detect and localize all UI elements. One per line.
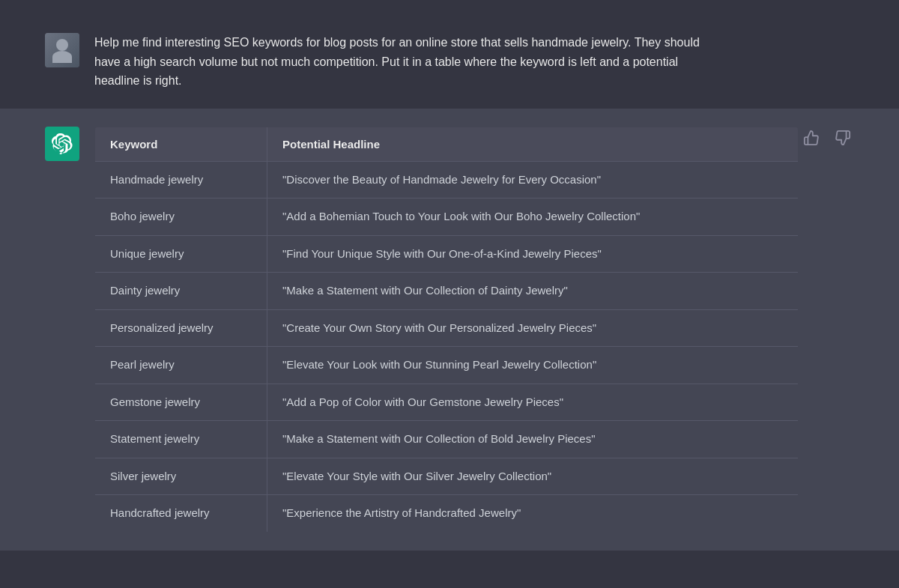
user-avatar bbox=[45, 33, 79, 67]
chat-container: Help me find interesting SEO keywords fo… bbox=[0, 0, 899, 566]
table-row: Pearl jewelry"Elevate Your Look with Our… bbox=[95, 347, 799, 384]
headline-cell: "Elevate Your Style with Our Silver Jewe… bbox=[267, 458, 799, 495]
keyword-cell: Handmade jewelry bbox=[95, 161, 267, 198]
keyword-cell: Dainty jewelry bbox=[95, 273, 267, 310]
keyword-cell: Silver jewelry bbox=[95, 458, 267, 495]
assistant-message: Keyword Potential Headline Handmade jewe… bbox=[0, 109, 899, 551]
table-row: Handcrafted jewelry"Experience the Artis… bbox=[95, 495, 799, 533]
table-row: Dainty jewelry"Make a Statement with Our… bbox=[95, 273, 799, 310]
headline-cell: "Add a Bohemian Touch to Your Look with … bbox=[267, 198, 799, 236]
table-row: Handmade jewelry"Discover the Beauty of … bbox=[95, 161, 799, 198]
headline-cell: "Discover the Beauty of Handmade Jewelry… bbox=[267, 161, 799, 198]
headline-column-header: Potential Headline bbox=[267, 127, 799, 161]
keyword-table: Keyword Potential Headline Handmade jewe… bbox=[94, 127, 799, 533]
keyword-cell: Statement jewelry bbox=[95, 421, 267, 458]
headline-cell: "Elevate Your Look with Our Stunning Pea… bbox=[267, 347, 799, 384]
table-row: Boho jewelry"Add a Bohemian Touch to You… bbox=[95, 198, 799, 236]
headline-cell: "Experience the Artistry of Handcrafted … bbox=[267, 495, 799, 533]
table-row: Unique jewelry"Find Your Unique Style wi… bbox=[95, 235, 799, 273]
keyword-cell: Gemstone jewelry bbox=[95, 384, 267, 421]
headline-cell: "Create Your Own Story with Our Personal… bbox=[267, 309, 799, 347]
keyword-cell: Pearl jewelry bbox=[95, 347, 267, 384]
thumbs-down-button[interactable] bbox=[832, 127, 854, 149]
keyword-cell: Boho jewelry bbox=[95, 198, 267, 236]
thumbs-up-icon bbox=[803, 130, 820, 146]
assistant-content: Keyword Potential Headline Handmade jewe… bbox=[94, 127, 806, 533]
user-message: Help me find interesting SEO keywords fo… bbox=[0, 15, 899, 109]
headline-cell: "Make a Statement with Our Collection of… bbox=[267, 421, 799, 458]
thumbs-up-button[interactable] bbox=[800, 127, 823, 149]
user-message-text: Help me find interesting SEO keywords fo… bbox=[94, 33, 709, 91]
headline-cell: "Find Your Unique Style with Our One-of-… bbox=[267, 235, 799, 273]
keyword-cell: Handcrafted jewelry bbox=[95, 495, 267, 533]
table-row: Silver jewelry"Elevate Your Style with O… bbox=[95, 458, 799, 495]
keyword-column-header: Keyword bbox=[95, 127, 267, 161]
openai-logo-icon bbox=[52, 133, 73, 154]
keyword-cell: Personalized jewelry bbox=[95, 309, 267, 347]
thumbs-down-icon bbox=[835, 130, 851, 146]
table-row: Gemstone jewelry"Add a Pop of Color with… bbox=[95, 384, 799, 421]
action-buttons bbox=[800, 127, 854, 149]
table-row: Statement jewelry"Make a Statement with … bbox=[95, 421, 799, 458]
user-avatar-image bbox=[45, 33, 79, 67]
headline-cell: "Make a Statement with Our Collection of… bbox=[267, 273, 799, 310]
keyword-cell: Unique jewelry bbox=[95, 235, 267, 273]
table-header-row: Keyword Potential Headline bbox=[95, 127, 799, 161]
table-row: Personalized jewelry"Create Your Own Sto… bbox=[95, 309, 799, 347]
headline-cell: "Add a Pop of Color with Our Gemstone Je… bbox=[267, 384, 799, 421]
assistant-avatar bbox=[45, 127, 79, 161]
